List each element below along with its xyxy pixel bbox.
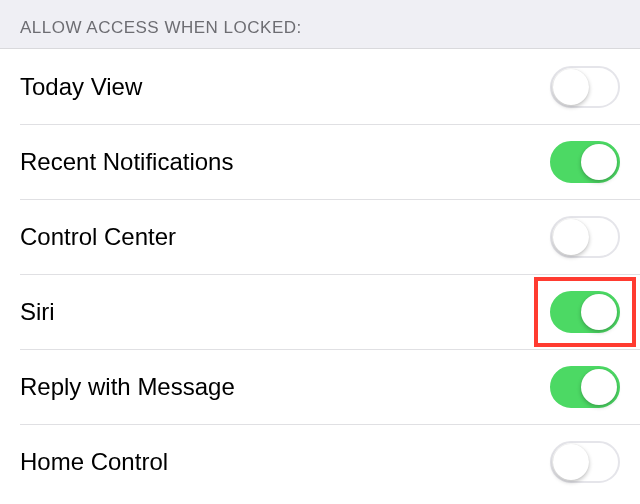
row-label: Reply with Message [20, 373, 235, 401]
row-label: Recent Notifications [20, 148, 233, 176]
toggle-switch[interactable] [550, 291, 620, 333]
settings-row: Reply with Message [0, 349, 640, 424]
toggle-switch[interactable] [550, 66, 620, 108]
row-label: Today View [20, 73, 142, 101]
section-header: ALLOW ACCESS WHEN LOCKED: [0, 0, 640, 49]
toggle-switch[interactable] [550, 366, 620, 408]
settings-row: Today View [0, 49, 640, 124]
toggle-switch[interactable] [550, 216, 620, 258]
settings-row: Home Control [0, 424, 640, 499]
toggle-knob [581, 369, 617, 405]
row-label: Siri [20, 298, 55, 326]
toggle-knob [581, 144, 617, 180]
toggle-knob [581, 294, 617, 330]
row-label: Home Control [20, 448, 168, 476]
settings-row: Siri [0, 274, 640, 349]
toggle-knob [553, 69, 589, 105]
toggle-switch[interactable] [550, 441, 620, 483]
settings-row: Recent Notifications [0, 124, 640, 199]
toggle-knob [553, 219, 589, 255]
toggle-switch[interactable] [550, 141, 620, 183]
toggle-knob [553, 444, 589, 480]
settings-list: Today ViewRecent NotificationsControl Ce… [0, 49, 640, 499]
settings-row: Control Center [0, 199, 640, 274]
row-label: Control Center [20, 223, 176, 251]
